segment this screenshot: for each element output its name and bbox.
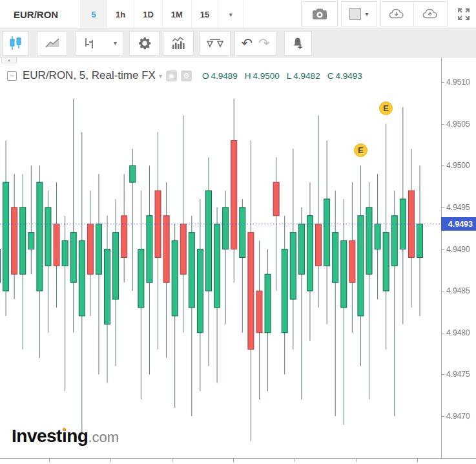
save-layout-button[interactable] <box>414 2 447 26</box>
camera-button[interactable] <box>302 2 337 26</box>
chart-style-button[interactable]: ▾ <box>342 2 377 26</box>
symbol-button[interactable]: EUR/RON <box>0 0 81 28</box>
candle-body <box>3 182 9 291</box>
candle-body <box>96 224 101 275</box>
load-layout-button[interactable] <box>381 2 414 26</box>
interval-button-1M[interactable]: 1M <box>163 0 192 28</box>
price-axis[interactable]: 4.9493 4.95104.95054.95004.94954.94904.9… <box>441 58 476 458</box>
candle-body <box>20 207 26 274</box>
candle-body <box>28 233 34 249</box>
interval-button-1h[interactable]: 1h <box>107 0 134 28</box>
candle-body <box>307 216 313 291</box>
chevron-down-icon[interactable]: ▾ <box>159 72 162 79</box>
cloud-group <box>380 1 448 26</box>
settings-gear-icon <box>137 36 152 51</box>
candle-body <box>87 224 93 275</box>
chart-toolbar: ▾ <box>0 29 476 58</box>
price-tick-mark <box>442 416 444 417</box>
visibility-chip-icon[interactable]: ◉ <box>166 70 177 81</box>
candle-body <box>105 249 110 324</box>
candle-body <box>417 224 423 258</box>
economic-event-marker[interactable]: E <box>354 143 367 157</box>
add-alert-bell-icon <box>291 36 306 51</box>
bar-interval-icon <box>81 36 98 50</box>
drawing-toolbar-toggle[interactable]: ▴ <box>1 58 17 63</box>
cloud-download-icon <box>388 7 406 21</box>
candle-body <box>45 207 51 266</box>
interval-dropdown-button[interactable]: ▾ <box>218 0 243 28</box>
candlestick-plot[interactable] <box>0 58 441 463</box>
interval-button-15[interactable]: 15 <box>192 0 218 28</box>
candle-body <box>391 216 397 266</box>
candle-body <box>265 274 271 332</box>
interval-button-5[interactable]: 5 <box>81 0 107 28</box>
chart-legend: − EUR/RON, 5, Real-time FX ▾ ◉ ⚙ O4.9489… <box>7 69 362 82</box>
indicators-button[interactable] <box>163 31 194 56</box>
time-tick-mark <box>49 459 50 462</box>
open-value: O4.9489 <box>202 71 238 81</box>
candle-body <box>366 207 372 274</box>
legend-collapse-button[interactable]: − <box>7 71 17 81</box>
investing-logo: Investing.com <box>12 426 119 447</box>
candle-body <box>206 191 212 291</box>
candle-body <box>290 233 296 299</box>
candle-body <box>79 241 85 316</box>
undo-icon[interactable]: ↶ <box>241 36 253 50</box>
top-toolbar: EUR/RON 51h1D1M15 ▾ ▾ <box>0 0 476 29</box>
legend-title[interactable]: EUR/RON, 5, Real-time FX <box>23 69 156 82</box>
minus-icon: − <box>10 72 14 79</box>
candlestick-style-icon <box>8 36 23 51</box>
price-tick-label: 4.9505 <box>446 120 470 129</box>
price-tick-label: 4.9495 <box>446 203 470 212</box>
candle-body <box>358 216 364 316</box>
candle-body <box>189 233 194 308</box>
chart-area[interactable]: ▴ − EUR/RON, 5, Real-time FX ▾ ◉ ⚙ O4.94… <box>0 58 476 463</box>
camera-icon <box>311 7 328 21</box>
toolbar-spacer <box>243 0 301 28</box>
price-tick-label: 4.9475 <box>446 370 470 379</box>
compare-button[interactable] <box>199 31 231 56</box>
chevron-down-icon: ▾ <box>365 11 368 17</box>
time-tick-mark <box>295 459 295 462</box>
redo-icon[interactable]: ↷ <box>258 36 270 50</box>
candle-body <box>341 241 347 308</box>
trading-chart-app: { "toolbar_top": { "symbol": "EUR/RON", … <box>0 0 476 464</box>
chart-style-group: ▾ <box>341 1 377 26</box>
settings-chip-icon[interactable]: ⚙ <box>181 70 192 81</box>
candle-body <box>333 233 338 283</box>
candlestick-style-button[interactable] <box>2 31 29 56</box>
candle-body <box>54 224 59 266</box>
candle-body <box>273 182 279 216</box>
current-price-badge: 4.9493 <box>441 217 476 231</box>
bar-interval-button[interactable]: ▾ <box>75 31 123 56</box>
price-tick-mark <box>442 374 444 375</box>
chevron-down-icon: ▾ <box>229 11 233 18</box>
candle-body <box>172 241 178 316</box>
candle-body <box>147 216 152 282</box>
add-alert-button[interactable] <box>284 31 312 56</box>
chart-style-icon <box>349 8 361 20</box>
low-value: L4.9482 <box>287 71 320 81</box>
candle-body <box>37 182 43 291</box>
price-tick-label: 4.9485 <box>446 286 470 295</box>
undo-redo-group: ↶ ↷ <box>234 31 276 56</box>
candle-body <box>324 199 330 266</box>
price-tick-label: 4.9490 <box>446 245 470 254</box>
close-value: C4.9493 <box>327 71 362 81</box>
ohlc-readout: O4.9489 H4.9500 L4.9482 C4.9493 <box>202 71 362 81</box>
fullscreen-button[interactable] <box>451 0 476 28</box>
high-value: H4.9500 <box>245 71 280 81</box>
time-tick-mark <box>172 459 172 462</box>
interval-button-1D[interactable]: 1D <box>134 0 163 28</box>
area-style-button[interactable] <box>37 31 67 56</box>
time-tick-mark <box>233 459 234 462</box>
time-tick-mark <box>356 459 357 462</box>
candle-body <box>138 249 144 308</box>
candle-body <box>70 233 76 283</box>
settings-button[interactable] <box>129 31 160 56</box>
candle-body <box>240 207 245 258</box>
price-tick-label: 4.9510 <box>446 78 470 87</box>
price-tick-mark <box>442 249 444 250</box>
candle-body <box>316 224 322 266</box>
time-axis[interactable] <box>0 458 476 459</box>
